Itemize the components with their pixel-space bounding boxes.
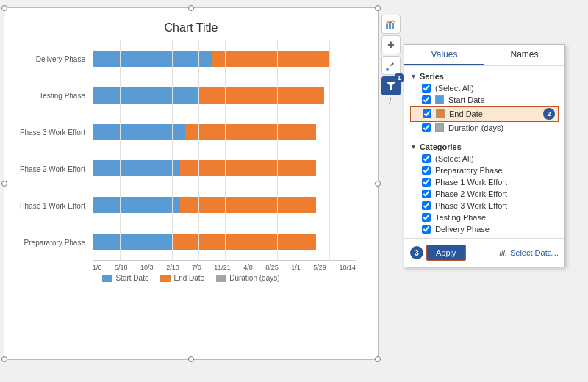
bar-row-phase2 (93, 158, 356, 179)
bars-container (93, 40, 356, 261)
filter-badge-1: 1 (394, 73, 404, 83)
x-label: 2/18 (166, 264, 179, 271)
legend-label-end: End Date (173, 274, 204, 282)
footer-label-iii: iii. (500, 248, 507, 257)
cat-delivery[interactable]: Delivery Phase (410, 223, 559, 235)
cat-testing[interactable]: Testing Phase (410, 212, 559, 223)
y-label-3: Phase 2 Work Effort (12, 165, 85, 173)
cat-delivery-label: Delivery Phase (435, 225, 490, 234)
legend-start-date: Start Date (102, 274, 148, 282)
series-select-all[interactable]: (Select All) (410, 82, 559, 94)
chart-title: Chart Title (4, 8, 378, 40)
filter-tabs: Values Names (404, 45, 564, 66)
legend-duration: Duration (days) (216, 274, 279, 282)
series-start-date-label: Start Date (448, 96, 485, 104)
x-label: 7/6 (192, 264, 201, 271)
cat-phase1[interactable]: Phase 1 Work Effort (410, 176, 559, 188)
cat-phase1-checkbox[interactable] (422, 178, 431, 187)
plus-icon: + (387, 38, 394, 51)
legend-swatch-blue (102, 275, 112, 282)
filter-button[interactable]: 1 (381, 76, 401, 96)
cat-preparatory[interactable]: Preparatory Phase (410, 165, 559, 176)
bar-row-phase1 (93, 195, 356, 215)
add-element-button[interactable]: + (381, 35, 401, 54)
handle-tl[interactable] (1, 5, 7, 11)
bar-row-preparatory (93, 231, 356, 252)
handle-br[interactable] (375, 356, 381, 362)
legend-end-date: End Date (160, 274, 204, 282)
svg-point-3 (386, 68, 389, 71)
apply-button[interactable]: Apply (426, 245, 466, 261)
series-header[interactable]: ▼ Series (410, 69, 559, 82)
series-start-date-icon (435, 96, 444, 104)
series-select-all-checkbox[interactable] (422, 84, 431, 93)
categories-header[interactable]: ▼ Categories (410, 140, 559, 153)
x-label: 10/3 (140, 264, 154, 271)
handle-bc[interactable] (188, 356, 194, 362)
filter-icon (386, 81, 396, 91)
x-axis: 1/0 5/18 10/3 2/18 7/6 11/21 4/8 8/25 1/… (93, 261, 356, 271)
tab-values[interactable]: Values (404, 45, 484, 65)
series-duration-checkbox[interactable] (422, 123, 431, 132)
cat-preparatory-checkbox[interactable] (422, 166, 431, 175)
chart-elements-button[interactable] (381, 15, 401, 34)
svg-rect-2 (392, 23, 394, 29)
series-end-date-badge: 2 (543, 108, 555, 120)
cat-phase2-label: Phase 2 Work Effort (435, 190, 507, 198)
series-select-all-label: (Select All) (435, 84, 474, 93)
cat-phase3-checkbox[interactable] (422, 201, 431, 210)
cat-testing-label: Testing Phase (435, 213, 486, 222)
series-header-label: Series (420, 72, 444, 81)
x-label: 4/8 (243, 264, 253, 271)
svg-rect-0 (386, 24, 388, 29)
legend-swatch-orange (160, 275, 171, 282)
cat-select-all[interactable]: (Select All) (410, 153, 559, 165)
filter-footer: 3 Apply iii. Select Data... (404, 238, 564, 267)
chart-area: Chart Title Delivery Phase Testing Phase… (4, 7, 379, 360)
cat-phase2-checkbox[interactable] (422, 190, 431, 198)
series-duration[interactable]: Duration (days) (410, 122, 559, 134)
series-start-date-checkbox[interactable] (422, 96, 431, 104)
legend-swatch-gray (216, 275, 226, 282)
cat-phase2[interactable]: Phase 2 Work Effort (410, 188, 559, 200)
select-data-link[interactable]: Select Data... (510, 248, 559, 257)
y-label-6: Delivery Phase (12, 55, 85, 63)
bar-row-testing (93, 85, 356, 106)
x-label: 5/18 (115, 264, 128, 271)
chart-legend: Start Date End Date Duration (days) (4, 274, 378, 282)
bar-row-delivery (93, 48, 356, 69)
y-axis: Delivery Phase Testing Phase Phase 3 Wor… (12, 40, 85, 261)
main-container: Chart Title Delivery Phase Testing Phase… (4, 7, 584, 375)
chart-toolbar: + 1 i. (381, 15, 401, 106)
x-label: 10/14 (339, 264, 356, 271)
handle-tr[interactable] (375, 5, 381, 11)
x-label: 1/0 (93, 264, 102, 271)
series-end-date-checkbox[interactable] (423, 109, 431, 118)
y-label-1: Preparatory Phase (12, 239, 85, 247)
series-end-date-icon (436, 109, 445, 118)
series-start-date[interactable]: Start Date (410, 94, 559, 106)
series-end-date[interactable]: End Date 2 (410, 106, 559, 122)
cat-phase1-label: Phase 1 Work Effort (435, 178, 507, 187)
legend-label-duration: Duration (days) (229, 274, 279, 282)
chart-icon (385, 18, 397, 30)
x-label: 11/21 (214, 264, 231, 271)
tab-names[interactable]: Names (484, 45, 564, 65)
bar-row-phase3 (93, 122, 356, 143)
series-end-date-label: End Date (449, 109, 483, 118)
cat-delivery-checkbox[interactable] (422, 225, 431, 234)
series-arrow: ▼ (410, 73, 417, 80)
handle-bl[interactable] (1, 356, 7, 362)
handle-tc[interactable] (188, 5, 194, 11)
cat-preparatory-label: Preparatory Phase (435, 166, 503, 175)
toolbar-label-i: i. (389, 97, 393, 106)
cat-phase3[interactable]: Phase 3 Work Effort (410, 200, 559, 212)
categories-header-label: Categories (420, 143, 462, 151)
legend-label-start: Start Date (115, 274, 148, 282)
brush-icon (386, 60, 396, 71)
series-duration-label: Duration (days) (448, 123, 503, 132)
cat-testing-checkbox[interactable] (422, 213, 431, 222)
cat-select-all-checkbox[interactable] (422, 154, 431, 163)
categories-arrow: ▼ (410, 143, 417, 151)
cat-select-all-label: (Select All) (435, 154, 474, 163)
